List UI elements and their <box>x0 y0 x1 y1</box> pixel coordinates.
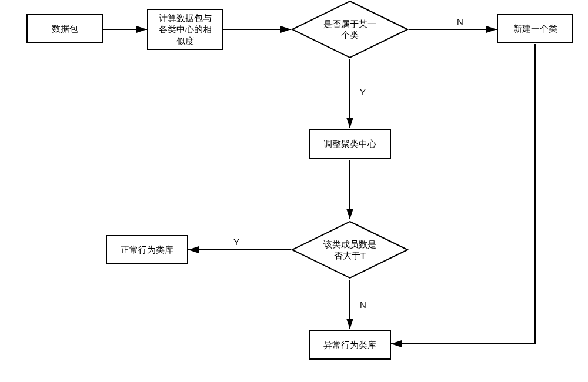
node-label: 新建一个类 <box>513 23 557 35</box>
node-label: 正常行为类库 <box>121 244 173 256</box>
node-label: 计算数据包与 各类中心的相 似度 <box>159 12 212 47</box>
decision-label: 该类成员数是 否大于T <box>323 239 376 262</box>
node-label: 数据包 <box>52 23 78 35</box>
edge-label-y: Y <box>232 237 240 247</box>
decision-belongs-class: 是否属于某一 个类 <box>291 0 409 59</box>
node-adjust-centroid: 调整聚类中心 <box>309 129 391 159</box>
edge-label-n: N <box>359 300 368 310</box>
node-abnormal-behavior-lib: 异常行为类库 <box>309 330 391 360</box>
node-label: 调整聚类中心 <box>323 138 376 150</box>
node-normal-behavior-lib: 正常行为类库 <box>106 235 188 264</box>
edge-label-n: N <box>456 16 465 26</box>
edge-label-y: Y <box>359 87 367 97</box>
node-compute-similarity: 计算数据包与 各类中心的相 似度 <box>147 9 223 50</box>
decision-member-gt-t: 该类成员数是 否大于T <box>291 220 409 279</box>
node-label: 异常行为类库 <box>323 339 376 351</box>
decision-label: 是否属于某一 个类 <box>323 18 376 41</box>
node-new-class: 新建一个类 <box>497 14 573 43</box>
node-data-packet: 数据包 <box>26 14 103 43</box>
